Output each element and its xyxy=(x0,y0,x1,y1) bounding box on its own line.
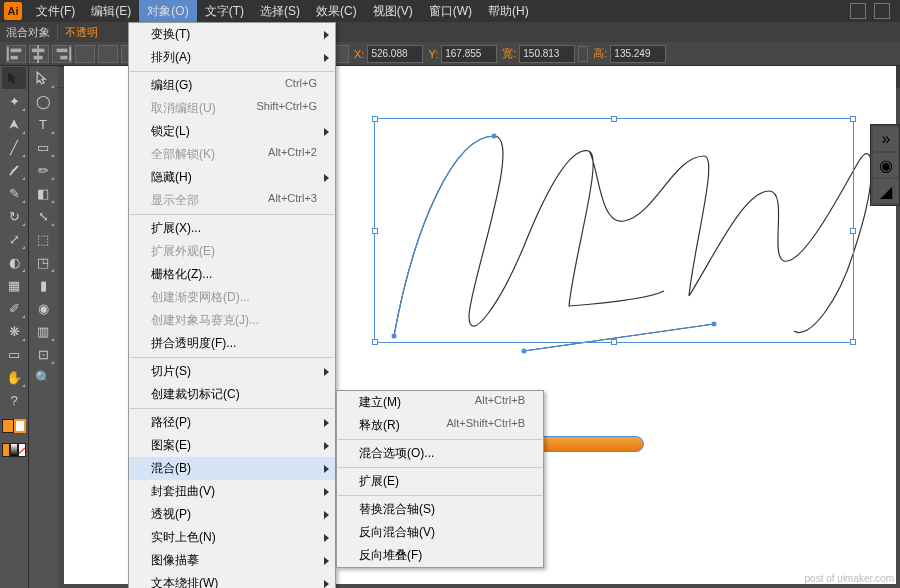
mesh-tool[interactable]: ▦ xyxy=(2,274,26,296)
menu-编辑[interactable]: 编辑(E) xyxy=(83,0,139,23)
color-mode-icon[interactable] xyxy=(2,443,10,457)
eyedropper-tool[interactable]: ✐ xyxy=(2,297,26,319)
paintbrush-tool[interactable] xyxy=(2,159,26,181)
color-guide-panel-icon[interactable]: ◢ xyxy=(873,179,899,203)
menuitem-锁定L[interactable]: 锁定(L) xyxy=(129,120,335,143)
eraser-tool[interactable]: ◧ xyxy=(31,182,55,204)
align-left-button[interactable] xyxy=(6,45,26,63)
menuitem-排列A[interactable]: 排列(A) xyxy=(129,46,335,69)
menuitem-透视P[interactable]: 透视(P) xyxy=(129,503,335,526)
watermark: post of uimaker.com xyxy=(805,573,894,584)
object-menu: 变换(T)排列(A)编组(G)Ctrl+G取消编组(U)Shift+Ctrl+G… xyxy=(128,22,336,588)
menuitem-图案E[interactable]: 图案(E) xyxy=(129,434,335,457)
w-field[interactable]: 150.813 xyxy=(519,45,575,63)
column-graph-tool[interactable]: ▥ xyxy=(31,320,55,342)
menu-对象[interactable]: 对象(O) xyxy=(139,0,196,23)
menuitem-替换混合轴S[interactable]: 替换混合轴(S) xyxy=(337,498,543,521)
menu-窗口[interactable]: 窗口(W) xyxy=(421,0,480,23)
menuitem-栅格化Z[interactable]: 栅格化(Z)... xyxy=(129,263,335,286)
layout-icon[interactable] xyxy=(850,3,866,19)
menuitem-文本绕排W[interactable]: 文本绕排(W) xyxy=(129,572,335,588)
menuitem-封套扭曲V[interactable]: 封套扭曲(V) xyxy=(129,480,335,503)
menuitem-创建裁切标记C[interactable]: 创建裁切标记(C) xyxy=(129,383,335,406)
menu-文件[interactable]: 文件(F) xyxy=(28,0,83,23)
menuitem-全部解锁K: 全部解锁(K)Alt+Ctrl+2 xyxy=(129,143,335,166)
type-tool[interactable]: T xyxy=(31,113,55,135)
lasso-tool[interactable]: ◯ xyxy=(31,90,55,112)
align-hcenter-button[interactable] xyxy=(29,45,49,63)
menuitem-创建对象马赛克J: 创建对象马赛克(J)... xyxy=(129,309,335,332)
menuitem-编组G[interactable]: 编组(G)Ctrl+G xyxy=(129,74,335,97)
expand-dock-icon[interactable]: » xyxy=(873,127,899,151)
help-tool[interactable]: ? xyxy=(2,389,26,411)
menuitem-切片S[interactable]: 切片(S) xyxy=(129,360,335,383)
app-logo: Ai xyxy=(4,2,22,20)
slice-tool[interactable]: ⊡ xyxy=(31,343,55,365)
rectangle-tool[interactable]: ▭ xyxy=(31,136,55,158)
menuitem-隐藏H[interactable]: 隐藏(H) xyxy=(129,166,335,189)
gradient-mode-icon[interactable] xyxy=(10,443,18,457)
zoom-tool[interactable]: 🔍 xyxy=(31,366,55,388)
hand-tool[interactable]: ✋ xyxy=(2,366,26,388)
artboard-tool[interactable]: ▭ xyxy=(2,343,26,365)
gradient-tool[interactable]: ▮ xyxy=(31,274,55,296)
menuitem-建立M[interactable]: 建立(M)Alt+Ctrl+B xyxy=(337,391,543,414)
right-dock: » ◉ ◢ xyxy=(870,124,900,206)
align-vcenter-button[interactable] xyxy=(98,45,118,63)
menuitem-取消编组U: 取消编组(U)Shift+Ctrl+G xyxy=(129,97,335,120)
x-field[interactable]: 526.088 xyxy=(367,45,423,63)
line-tool[interactable]: ╱ xyxy=(2,136,26,158)
menuitem-路径P[interactable]: 路径(P) xyxy=(129,411,335,434)
tool-panel: ✦ ╱ ✎ ↻ ⤢ ◐ ▦ ✐ ❋ ▭ ✋ ? ◯ T ▭ ✏ xyxy=(0,66,58,588)
menuitem-图像描摹[interactable]: 图像描摹 xyxy=(129,549,335,572)
blend-submenu: 建立(M)Alt+Ctrl+B释放(R)Alt+Shift+Ctrl+B混合选项… xyxy=(336,390,544,568)
blend-tool[interactable]: ◉ xyxy=(31,297,55,319)
none-mode-icon[interactable] xyxy=(18,443,26,457)
svg-rect-1 xyxy=(11,48,22,52)
magic-wand-tool[interactable]: ✦ xyxy=(2,90,26,112)
symbol-sprayer-tool[interactable]: ❋ xyxy=(2,320,26,342)
menu-选择[interactable]: 选择(S) xyxy=(252,0,308,23)
pencil-tool[interactable]: ✏ xyxy=(31,159,55,181)
link-wh-icon[interactable] xyxy=(578,46,588,62)
svg-rect-2 xyxy=(11,55,18,59)
menuitem-实时上色N[interactable]: 实时上色(N) xyxy=(129,526,335,549)
menuitem-创建渐变网格D: 创建渐变网格(D)... xyxy=(129,286,335,309)
y-field[interactable]: 167.855 xyxy=(441,45,497,63)
menu-视图[interactable]: 视图(V) xyxy=(365,0,421,23)
color-panel-icon[interactable]: ◉ xyxy=(873,153,899,177)
fill-stroke-swatches[interactable] xyxy=(0,417,28,435)
perspective-grid-tool[interactable]: ◳ xyxy=(31,251,55,273)
menuitem-反向混合轴V[interactable]: 反向混合轴(V) xyxy=(337,521,543,544)
menu-帮助[interactable]: 帮助(H) xyxy=(480,0,537,23)
w-label: 宽: xyxy=(502,46,516,61)
width-tool[interactable]: ⤢ xyxy=(2,228,26,250)
menuitem-反向堆叠F[interactable]: 反向堆叠(F) xyxy=(337,544,543,567)
menuitem-混合选项O[interactable]: 混合选项(O)... xyxy=(337,442,543,465)
menu-效果[interactable]: 效果(C) xyxy=(308,0,365,23)
svg-rect-8 xyxy=(60,55,67,59)
svg-point-11 xyxy=(522,349,527,354)
selection-tool[interactable] xyxy=(2,67,26,89)
scale-tool[interactable]: ⤡ xyxy=(31,205,55,227)
h-field[interactable]: 135.249 xyxy=(610,45,666,63)
free-transform-tool[interactable]: ⬚ xyxy=(31,228,55,250)
pen-tool[interactable] xyxy=(2,113,26,135)
menuitem-扩展E[interactable]: 扩展(E) xyxy=(337,470,543,493)
menuitem-释放R[interactable]: 释放(R)Alt+Shift+Ctrl+B xyxy=(337,414,543,437)
direct-selection-tool[interactable] xyxy=(31,67,55,89)
shape-builder-tool[interactable]: ◐ xyxy=(2,251,26,273)
blob-brush-tool[interactable]: ✎ xyxy=(2,182,26,204)
menuitem-扩展X[interactable]: 扩展(X)... xyxy=(129,217,335,240)
menuitem-混合B[interactable]: 混合(B) xyxy=(129,457,335,480)
x-label: X: xyxy=(354,48,364,60)
align-right-button[interactable] xyxy=(52,45,72,63)
menubar: Ai 文件(F)编辑(E)对象(O)文字(T)选择(S)效果(C)视图(V)窗口… xyxy=(0,0,900,22)
align-top-button[interactable] xyxy=(75,45,95,63)
layout-icon-2[interactable] xyxy=(874,3,890,19)
menuitem-变换T[interactable]: 变换(T) xyxy=(129,23,335,46)
menu-文字[interactable]: 文字(T) xyxy=(197,0,252,23)
rotate-tool[interactable]: ↻ xyxy=(2,205,26,227)
menuitem-拼合透明度F[interactable]: 拼合透明度(F)... xyxy=(129,332,335,355)
opacity-label[interactable]: 不透明 xyxy=(65,25,98,40)
